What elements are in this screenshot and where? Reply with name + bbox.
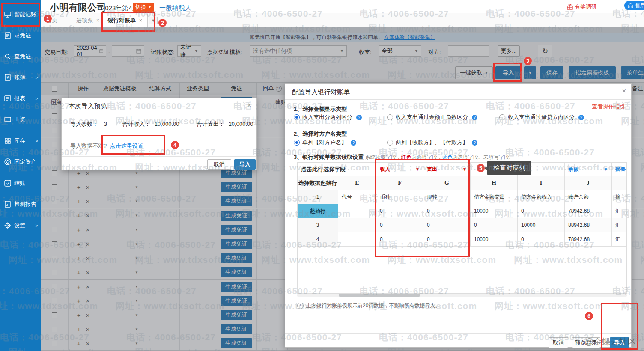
grid-note: ! 上方银行对账单仅展示前20行数据，不影响所有数据导入。 xyxy=(297,302,440,309)
help-icon[interactable]: ? xyxy=(472,115,477,120)
help-icon[interactable]: ? xyxy=(356,115,362,120)
headset-icon xyxy=(628,3,633,9)
check-square-icon xyxy=(4,179,12,187)
radio-debit-credit[interactable]: 收入支出通过借贷方向区分 ? xyxy=(499,113,584,121)
radio-pos-neg[interactable]: 收入支出通过金额正负数区分 ? xyxy=(387,113,477,121)
sidebar-item-reports[interactable]: 报表 > xyxy=(0,90,41,107)
sidebar-item-label: 检测报告 xyxy=(14,200,36,208)
sidebar-item-inventory[interactable]: 库存 > xyxy=(0,132,41,149)
survey-link[interactable]: 有奖调研 xyxy=(567,3,597,11)
check-column-tooltip: 检查对应列 xyxy=(487,161,531,175)
caret-down-icon: ▼ xyxy=(415,167,420,172)
sidebar-item-label: 智能记账 xyxy=(14,11,36,18)
switch-period-button[interactable]: 切换 ▼ xyxy=(133,3,154,12)
col-letter-H: H xyxy=(471,176,518,190)
document-icon xyxy=(4,32,12,39)
card-icon xyxy=(4,116,12,123)
grid-row-3[interactable]: 3 0 0 0 10000 88942.68 汇 xyxy=(298,218,627,232)
sidebar-item-label: 设置 xyxy=(14,222,25,229)
import-confirm-button[interactable]: 导入 xyxy=(234,159,256,170)
sidebar-item-ledger[interactable]: ¥ 账簿 > xyxy=(0,69,41,86)
guide-link[interactable]: 查看操作指引 xyxy=(592,103,625,110)
radio-icon xyxy=(499,114,505,120)
field-select-G[interactable]: 支出▼ xyxy=(423,163,471,176)
sidebar-item-label: 查凭证 xyxy=(14,53,31,60)
search-icon xyxy=(4,53,12,60)
report-list-icon xyxy=(4,95,12,102)
cancel-button[interactable]: 取消 xyxy=(549,337,568,348)
help-icon[interactable]: ? xyxy=(351,140,356,146)
col-letter-F: F xyxy=(376,176,423,190)
config-import-dialog: 配置导入银行对账单 × 查看操作指引 1、选择金额显示类型 收入支出分两列区分 … xyxy=(285,83,632,348)
wrong-data-hint: 导入数据不对? 点击这里设置 xyxy=(70,142,143,150)
sidebar-item-smart-bookkeeping[interactable]: 智能记账 xyxy=(0,6,41,23)
company-name: 小明有限公司 xyxy=(50,1,106,14)
sidebar-item-inspection-report[interactable]: 检测报告 xyxy=(0,196,41,213)
top-header: 小明有限公司 2023年第4期 切换 ▼ 一般纳税人 有奖调研 售后 xyxy=(41,0,644,13)
diamond-circle-icon xyxy=(4,158,12,166)
chevron-right-icon: > xyxy=(36,138,38,143)
gift-icon xyxy=(567,4,573,10)
caret-down-icon: ▼ xyxy=(604,167,608,172)
app-window: 智能记账 录凭证 查凭证 ¥ 账簿 > 报表 > 工资 库存 > xyxy=(0,0,644,351)
tab-list-dropdown[interactable]: ▼ xyxy=(149,17,158,24)
help-icon[interactable]: ? xyxy=(472,140,477,146)
start-row-label: 选择数据起始行 xyxy=(298,176,338,190)
chevron-right-icon: > xyxy=(36,223,38,228)
brand-watermark: @金蝶云社区 xyxy=(585,336,636,348)
horizontal-scrollbar[interactable] xyxy=(297,294,627,297)
caret-down-icon: ▼ xyxy=(462,167,467,172)
chevron-right-icon: > xyxy=(36,96,38,101)
info-icon: ! xyxy=(297,303,304,309)
radio-single-party[interactable]: 单列【对方户名】 ? xyxy=(294,139,356,146)
field-select-K[interactable]: 摘要 xyxy=(612,163,627,176)
sidebar-item-label: 库存 xyxy=(14,137,25,145)
sidebar-item-fixed-assets[interactable]: 固定资产 xyxy=(0,153,41,170)
sidebar-item-salary[interactable]: 工资 xyxy=(0,111,41,128)
chart-doc-icon xyxy=(4,200,12,208)
radio-two-columns[interactable]: 收入支出分两列区分 ? xyxy=(294,113,362,121)
dialog-title: 本次导入预览 xyxy=(69,102,107,110)
field-select-F[interactable]: 收入▼ xyxy=(376,163,423,176)
grid-row-start[interactable]: 起始行 0 0 10000 0 78942.68 汇 xyxy=(298,204,627,218)
support-button[interactable]: 售后 xyxy=(624,1,644,10)
col-letter-G: G xyxy=(423,176,471,190)
tab-bank-statement[interactable]: 银行对账单 × xyxy=(102,14,148,27)
grid-row-4[interactable]: 4 0 0 10000 0 78942.68 汇 xyxy=(298,232,627,247)
scrollbar-thumb[interactable] xyxy=(339,294,420,297)
close-icon[interactable]: × xyxy=(247,101,251,109)
section2-title: 2、选择对方户名类型 xyxy=(294,130,347,138)
yen-book-icon: ¥ xyxy=(4,74,12,81)
section3-title: 3、银行对账单数据读取设置 系统读取字段，红色为必填字段，蓝色为选填字段。未填写… xyxy=(294,153,510,161)
radio-selected-icon xyxy=(294,140,300,146)
close-icon[interactable]: × xyxy=(96,18,99,24)
radio-two-party[interactable]: 两列【收款方】、【付款方】 ? xyxy=(387,139,477,146)
blocks-icon xyxy=(4,137,12,145)
sidebar-item-settings[interactable]: 设置 > xyxy=(0,217,41,234)
svg-text:¥: ¥ xyxy=(6,75,9,80)
sidebar-item-search-voucher[interactable]: 查凭证 xyxy=(0,48,41,65)
total-expense: 合计支出： 20,000.00 xyxy=(197,120,253,128)
sidebar-item-label: 结账 xyxy=(14,179,25,187)
help-icon[interactable]: ? xyxy=(578,115,584,120)
field-select-J[interactable]: 余额▼ xyxy=(565,163,612,176)
taxpayer-type-link[interactable]: 一般纳税人 xyxy=(159,4,191,12)
radio-selected-icon xyxy=(294,114,300,120)
section1-title: 1、选择金额显示类型 xyxy=(294,105,347,113)
total-income: 合计收入： 10,000.00 xyxy=(122,120,179,128)
select-field-row-label[interactable]: 点击此行选择字段 xyxy=(298,163,376,176)
sidebar: 智能记账 录凭证 查凭证 ¥ 账簿 > 报表 > 工资 库存 > xyxy=(0,0,41,351)
grid-row-1[interactable]: 1 代号 币种 现转 借方金额支出 贷方金额收入 账户余额 摘 xyxy=(298,190,627,204)
radio-icon xyxy=(387,114,393,120)
sidebar-item-closing[interactable]: 结账 xyxy=(0,175,41,192)
caret-down-icon: ▼ xyxy=(148,5,152,9)
col-letter-E: E xyxy=(338,176,376,190)
close-icon[interactable]: × xyxy=(139,17,143,24)
tab-home[interactable]: 首页 xyxy=(46,17,57,24)
sidebar-item-label: 固定资产 xyxy=(14,158,36,166)
sidebar-item-record-voucher[interactable]: 录凭证 xyxy=(0,27,41,44)
cancel-button[interactable]: 取消 xyxy=(207,159,231,170)
setup-link[interactable]: 点击这里设置 xyxy=(110,143,143,149)
tab-input-ticket[interactable]: 进项票× xyxy=(76,17,99,24)
close-icon[interactable]: × xyxy=(622,87,626,95)
